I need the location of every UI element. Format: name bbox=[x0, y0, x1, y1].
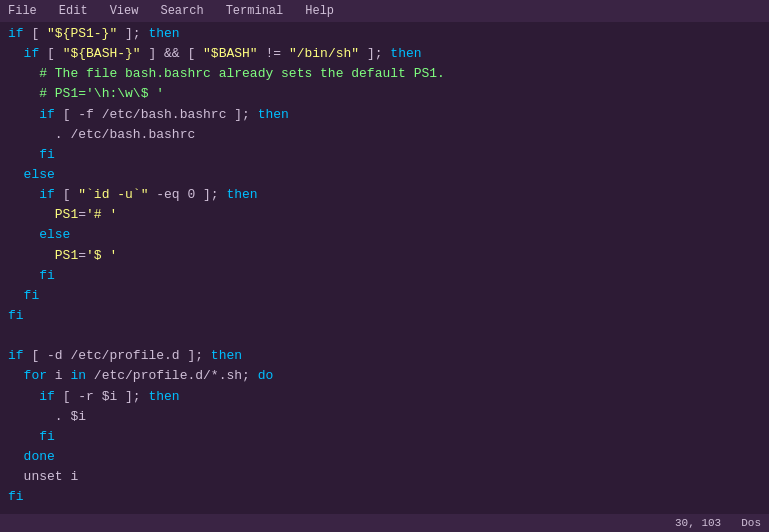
code-line-15: fi bbox=[8, 306, 761, 326]
menu-terminal[interactable]: Terminal bbox=[222, 2, 288, 20]
status-bar: 30, 103 Dos bbox=[0, 514, 769, 532]
terminal-window: File Edit View Search Terminal Help if [… bbox=[0, 0, 769, 532]
code-line-20: . $i bbox=[8, 407, 761, 427]
menu-bar: File Edit View Search Terminal Help bbox=[0, 0, 769, 22]
code-line-23: unset i bbox=[8, 467, 761, 487]
code-line-3: # The file bash.bashrc already sets the … bbox=[8, 64, 761, 84]
code-line-19: if [ -r $i ]; then bbox=[8, 387, 761, 407]
code-line-4: # PS1='\h:\w\$ ' bbox=[8, 84, 761, 104]
status-line-col: 30, 103 bbox=[675, 517, 721, 529]
code-line-25 bbox=[8, 507, 761, 514]
code-line-14: fi bbox=[8, 286, 761, 306]
code-line-22: done bbox=[8, 447, 761, 467]
code-line-6: . /etc/bash.bashrc bbox=[8, 125, 761, 145]
status-mode: Dos bbox=[741, 517, 761, 529]
menu-file[interactable]: File bbox=[4, 2, 41, 20]
menu-search[interactable]: Search bbox=[156, 2, 207, 20]
code-line-5: if [ -f /etc/bash.bashrc ]; then bbox=[8, 105, 761, 125]
code-line-8: else bbox=[8, 165, 761, 185]
code-line-18: for i in /etc/profile.d/*.sh; do bbox=[8, 366, 761, 386]
menu-view[interactable]: View bbox=[106, 2, 143, 20]
code-line-17: if [ -d /etc/profile.d ]; then bbox=[8, 346, 761, 366]
code-line-24: fi bbox=[8, 487, 761, 507]
code-line-13: fi bbox=[8, 266, 761, 286]
menu-help[interactable]: Help bbox=[301, 2, 338, 20]
code-line-16 bbox=[8, 326, 761, 346]
code-line-21: fi bbox=[8, 427, 761, 447]
code-line-1: if [ "${PS1-}" ]; then bbox=[8, 24, 761, 44]
code-line-12: PS1='$ ' bbox=[8, 246, 761, 266]
code-line-10: PS1='# ' bbox=[8, 205, 761, 225]
code-line-11: else bbox=[8, 225, 761, 245]
menu-edit[interactable]: Edit bbox=[55, 2, 92, 20]
code-line-2: if [ "${BASH-}" ] && [ "$BASH" != "/bin/… bbox=[8, 44, 761, 64]
code-editor[interactable]: if [ "${PS1-}" ]; then if [ "${BASH-}" ]… bbox=[0, 22, 769, 514]
code-line-9: if [ "`id -u`" -eq 0 ]; then bbox=[8, 185, 761, 205]
code-line-7: fi bbox=[8, 145, 761, 165]
